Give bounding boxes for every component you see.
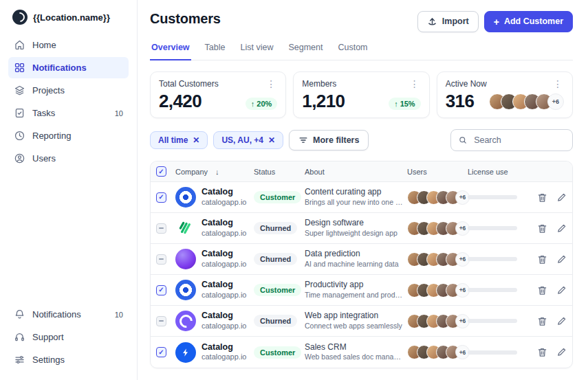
- delete-row-button[interactable]: [537, 223, 547, 234]
- table-row: Catalog catalogapp.io Customer Sales CRM…: [151, 337, 572, 368]
- license-progress: [468, 195, 517, 199]
- kebab-menu-icon[interactable]: ⋮: [409, 79, 421, 89]
- kebab-menu-icon[interactable]: ⋮: [265, 79, 277, 89]
- tab-custom[interactable]: Custom: [336, 43, 369, 60]
- main-content: Customers Import + Add Customer Overview…: [138, 0, 588, 380]
- logo-label: {{Location.name}}: [33, 12, 110, 23]
- about-subtitle: Web based sales doc management: [305, 353, 403, 362]
- search-icon: [459, 135, 467, 145]
- kebab-menu-icon[interactable]: ⋮: [552, 79, 564, 89]
- tasks-count-badge: 10: [115, 109, 123, 118]
- tab-overview[interactable]: Overview: [150, 43, 191, 60]
- license-progress: [468, 257, 517, 261]
- sidebar-item-label: Reporting: [32, 131, 71, 141]
- select-all-checkbox[interactable]: [156, 166, 166, 177]
- edit-row-button[interactable]: [556, 285, 567, 295]
- logo-icon: [12, 10, 28, 25]
- sidebar-item-label: Tasks: [32, 108, 55, 118]
- page-title: Customers: [150, 11, 221, 27]
- column-header-company[interactable]: Company ↓: [175, 168, 254, 176]
- edit-row-button[interactable]: [556, 223, 567, 234]
- delete-row-button[interactable]: [537, 316, 547, 326]
- sidebar-item-label: Home: [32, 40, 56, 50]
- company-logo: [175, 249, 196, 269]
- row-checkbox[interactable]: [156, 223, 166, 234]
- row-users-avatars: +6: [407, 314, 470, 328]
- company-logo: [175, 280, 196, 300]
- sidebar-item-reporting[interactable]: Reporting: [8, 125, 129, 146]
- row-checkbox[interactable]: [156, 347, 166, 357]
- row-checkbox[interactable]: [156, 254, 166, 265]
- search-input[interactable]: [472, 135, 565, 146]
- edit-row-button[interactable]: [556, 254, 567, 265]
- company-domain: catalogapp.io: [202, 198, 246, 208]
- plus-icon: +: [494, 17, 499, 27]
- trend-badge: ↑ 15%: [389, 98, 421, 110]
- sidebar-item-tasks[interactable]: Tasks 10: [8, 102, 129, 124]
- sidebar-item-notifications[interactable]: Notifications: [8, 57, 129, 78]
- page-header: Customers Import + Add Customer: [150, 11, 573, 32]
- import-icon: [427, 16, 437, 27]
- column-header-users[interactable]: Users: [407, 168, 468, 176]
- search-box[interactable]: [450, 129, 573, 151]
- column-header-license[interactable]: License use: [468, 168, 534, 176]
- filter-row: All time ✕ US, AU, +4 ✕ More filters: [150, 129, 573, 151]
- column-header-status[interactable]: Status: [254, 168, 305, 176]
- tab-table[interactable]: Table: [204, 43, 227, 60]
- bell-icon: [14, 309, 25, 320]
- import-label: Import: [442, 17, 469, 26]
- sidebar-item-home[interactable]: Home: [8, 34, 129, 56]
- home-icon: [14, 39, 25, 51]
- delete-row-button[interactable]: [537, 192, 547, 203]
- header-actions: Import + Add Customer: [417, 11, 573, 32]
- row-users-avatars: +6: [407, 190, 470, 205]
- company-name: Catalog: [202, 218, 246, 229]
- sidebar-footer-nav: Notifications 10 Support Settings: [8, 304, 129, 370]
- delete-row-button[interactable]: [537, 254, 547, 265]
- row-checkbox[interactable]: [156, 316, 166, 326]
- delete-row-button[interactable]: [537, 285, 547, 295]
- close-icon[interactable]: ✕: [268, 136, 275, 144]
- company-domain: catalogapp.io: [202, 291, 246, 300]
- add-customer-button[interactable]: + Add Customer: [484, 11, 573, 32]
- sidebar-nav: Home Notifications Projects Tasks 10 Rep…: [8, 34, 129, 169]
- edit-row-button[interactable]: [556, 316, 567, 326]
- about-title: Productivity app: [305, 280, 403, 291]
- sidebar-item-projects[interactable]: Projects: [8, 80, 129, 101]
- sliders-icon: [14, 354, 25, 366]
- trend-badge: ↑ 20%: [246, 98, 278, 110]
- edit-row-button[interactable]: [556, 192, 567, 203]
- sidebar-item-notifications-bottom[interactable]: Notifications 10: [8, 304, 129, 325]
- sidebar-item-settings[interactable]: Settings: [8, 349, 129, 370]
- stat-label: Active Now: [446, 79, 487, 89]
- company-logo: [175, 218, 196, 238]
- trend-value: 20%: [257, 100, 272, 108]
- license-progress: [468, 226, 517, 230]
- delete-row-button[interactable]: [537, 347, 547, 357]
- filter-chip-regions[interactable]: US, AU, +4 ✕: [213, 131, 283, 149]
- company-name: Catalog: [202, 311, 246, 322]
- sidebar-item-label: Users: [32, 153, 56, 164]
- sidebar-item-users[interactable]: Users: [8, 148, 129, 169]
- sidebar-item-support[interactable]: Support: [8, 326, 129, 348]
- company-name: Catalog: [202, 342, 246, 353]
- more-filters-button[interactable]: More filters: [289, 130, 369, 150]
- row-checkbox[interactable]: [156, 285, 166, 295]
- pencil-icon: [556, 192, 567, 203]
- tab-segment[interactable]: Segment: [287, 43, 324, 60]
- row-users-avatars: +6: [407, 221, 470, 236]
- user-circle-icon: [14, 153, 25, 164]
- layers-icon: [14, 85, 25, 96]
- close-icon[interactable]: ✕: [193, 136, 199, 144]
- trash-icon: [537, 285, 547, 295]
- column-header-about[interactable]: About: [305, 168, 407, 176]
- company-name: Catalog: [202, 187, 246, 198]
- row-checkbox[interactable]: [156, 192, 166, 203]
- stat-card-active-now: Active Now ⋮ 316 +6: [437, 71, 573, 118]
- filter-chip-all-time[interactable]: All time ✕: [150, 131, 208, 149]
- edit-row-button[interactable]: [556, 347, 567, 357]
- company-domain: catalogapp.io: [202, 229, 246, 238]
- import-button[interactable]: Import: [417, 11, 479, 32]
- stat-value: 316: [446, 92, 475, 110]
- tab-list-view[interactable]: List view: [239, 43, 274, 60]
